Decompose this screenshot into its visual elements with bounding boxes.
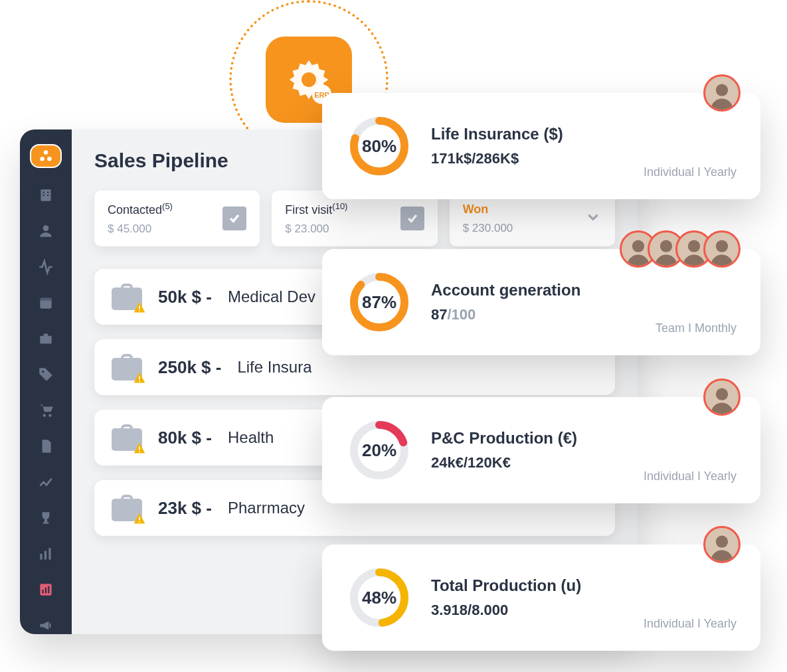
kpi-card-total-production[interactable]: 48% Total Production (u) 3.918/8.000 Ind… xyxy=(322,545,760,651)
progress-percent: 80% xyxy=(346,113,412,179)
kpi-avatars xyxy=(629,230,741,268)
nav-calendar-icon[interactable] xyxy=(37,294,54,311)
svg-rect-27 xyxy=(139,310,140,311)
kpi-meta: Team I Monthly xyxy=(656,321,737,335)
svg-point-46 xyxy=(716,536,728,548)
svg-point-11 xyxy=(43,225,49,231)
svg-point-5 xyxy=(47,157,52,161)
nav-activity-icon[interactable] xyxy=(37,258,54,276)
nav-trophy-icon[interactable] xyxy=(37,509,54,527)
svg-rect-8 xyxy=(47,192,48,193)
deal-name: Medical Dev xyxy=(228,288,315,306)
logo-dots-icon xyxy=(37,147,54,165)
svg-point-38 xyxy=(660,240,672,252)
svg-rect-21 xyxy=(48,548,50,559)
svg-rect-23 xyxy=(43,590,44,593)
warning-icon xyxy=(133,371,146,384)
briefcase-icon xyxy=(112,354,142,380)
kpi-meta: Individual I Yearly xyxy=(644,469,737,483)
kpi-avatars xyxy=(703,526,741,563)
deal-name: Life Insura xyxy=(237,358,311,377)
stage-label: First visit xyxy=(285,203,332,216)
kpi-card-account-generation[interactable]: 87% Account generation 87/100 Team I Mon… xyxy=(322,249,760,355)
svg-point-37 xyxy=(632,240,644,252)
stage-amount: $ 23.000 xyxy=(285,222,347,236)
svg-rect-32 xyxy=(139,517,140,521)
kpi-title: Life Insurance ($) xyxy=(431,125,625,143)
svg-rect-7 xyxy=(43,192,44,193)
avatar xyxy=(703,74,741,112)
svg-rect-24 xyxy=(45,588,46,594)
svg-rect-13 xyxy=(40,297,51,300)
svg-point-3 xyxy=(44,150,48,155)
nav-chart-icon[interactable] xyxy=(37,473,54,491)
nav-cart-icon[interactable] xyxy=(37,402,54,419)
check-icon xyxy=(400,207,424,230)
avatar xyxy=(703,230,741,268)
deal-name: Pharrmacy xyxy=(228,499,305,517)
warning-icon xyxy=(133,442,146,455)
svg-point-39 xyxy=(688,240,700,252)
stage-amount: $ 45.000 xyxy=(108,222,173,236)
kpi-value: 3.918/8.000 xyxy=(431,602,625,619)
deal-value: 250k $ - xyxy=(158,357,221,378)
nav-dashboard-icon[interactable] xyxy=(37,581,54,598)
nav-tag-icon[interactable] xyxy=(37,366,54,383)
sidebar xyxy=(20,129,72,634)
progress-ring: 20% xyxy=(346,417,412,483)
svg-point-40 xyxy=(716,240,728,252)
chevron-down-icon[interactable] xyxy=(584,209,602,228)
kpi-value: 24k€/120K€ xyxy=(431,454,625,471)
nav-user-icon[interactable] xyxy=(37,222,54,240)
svg-rect-26 xyxy=(139,306,140,309)
kpi-card-pc-production[interactable]: 20% P&C Production (€) 24k€/120K€ Indivi… xyxy=(322,397,760,503)
progress-ring: 87% xyxy=(346,269,412,335)
check-icon xyxy=(222,207,246,230)
kpi-avatars xyxy=(703,378,741,416)
progress-percent: 20% xyxy=(346,417,412,483)
svg-rect-10 xyxy=(47,195,48,196)
svg-rect-14 xyxy=(40,336,51,344)
svg-point-43 xyxy=(716,388,728,400)
svg-point-18 xyxy=(48,414,51,416)
svg-point-17 xyxy=(43,414,46,416)
svg-rect-6 xyxy=(41,189,50,201)
warning-icon xyxy=(133,301,146,314)
progress-percent: 48% xyxy=(346,564,412,631)
kpi-value: 171k$/286K$ xyxy=(431,150,625,167)
svg-point-0 xyxy=(302,72,316,87)
svg-rect-20 xyxy=(44,551,46,560)
deal-name: Health xyxy=(228,428,274,447)
kpi-title: Account generation xyxy=(431,281,637,299)
briefcase-icon xyxy=(112,284,142,310)
kpi-value: 87/100 xyxy=(431,306,637,323)
deal-value: 50k $ - xyxy=(158,287,212,307)
svg-point-34 xyxy=(716,84,728,96)
kpi-title: P&C Production (€) xyxy=(431,429,625,448)
nav-briefcase-icon[interactable] xyxy=(37,330,54,347)
svg-rect-15 xyxy=(44,333,48,336)
kpi-meta: Individual I Yearly xyxy=(644,617,737,631)
avatar xyxy=(703,378,741,416)
progress-ring: 48% xyxy=(346,564,412,631)
nav-company-icon[interactable] xyxy=(37,187,54,204)
kpi-card-life-insurance[interactable]: 80% Life Insurance ($) 171k$/286K$ Indiv… xyxy=(322,93,760,199)
avatar xyxy=(703,526,741,563)
stage-amount: $ 230.000 xyxy=(463,222,513,235)
briefcase-icon xyxy=(112,495,142,521)
nav-bars-icon[interactable] xyxy=(37,545,54,562)
nav-document-icon[interactable] xyxy=(37,438,54,455)
deal-value: 23k $ - xyxy=(158,498,212,519)
app-logo[interactable] xyxy=(30,144,62,168)
progress-ring: 80% xyxy=(346,113,412,179)
stage-label: Contacted xyxy=(108,203,162,216)
progress-percent: 87% xyxy=(346,269,412,335)
svg-point-4 xyxy=(40,157,44,161)
svg-rect-9 xyxy=(43,195,44,196)
svg-rect-31 xyxy=(139,451,140,452)
svg-rect-33 xyxy=(139,521,140,523)
stage-count: (10) xyxy=(332,201,347,211)
nav-megaphone-icon[interactable] xyxy=(37,617,54,634)
deal-value: 80k $ - xyxy=(158,428,212,448)
stage-contacted[interactable]: Contacted(5) $ 45.000 xyxy=(94,191,260,246)
